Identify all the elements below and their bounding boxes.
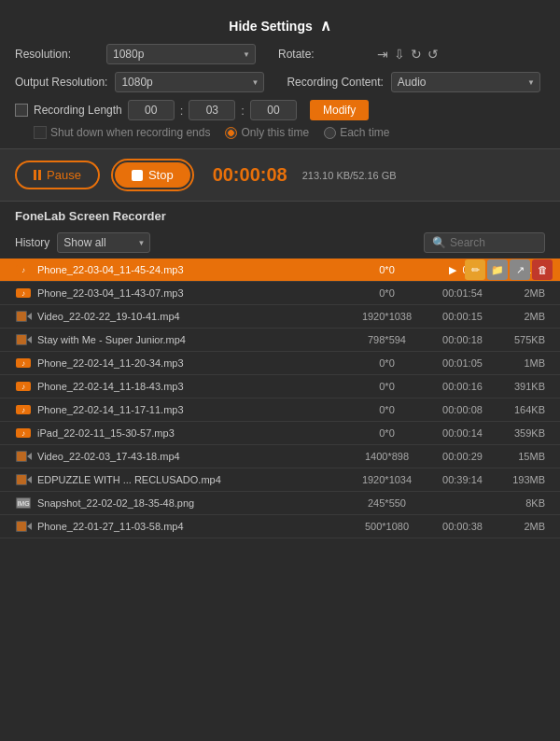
chevron-up-icon[interactable]: ∧ [320, 17, 331, 35]
rotate-cw-icon[interactable]: ↻ [411, 47, 422, 62]
file-resolution: 0*0 [347, 427, 427, 439]
only-this-time-option[interactable]: Only this time [225, 126, 309, 139]
only-this-time-label: Only this time [241, 126, 309, 139]
image-file-icon: IMG [15, 496, 32, 510]
file-resolution: 1920*1038 [347, 311, 427, 322]
svg-text:♪: ♪ [21, 406, 25, 414]
recording-content-select[interactable]: Audio Video Both [391, 72, 540, 92]
search-icon: 🔍 [432, 236, 446, 249]
modify-button[interactable]: Modify [310, 100, 369, 120]
resolution-row: Resolution: 1080p 720p 480p Rotate: ⇥ ⇩ … [15, 44, 545, 64]
file-size: 15MB [498, 451, 545, 462]
output-resolution-select[interactable]: 1080p 720p [115, 72, 264, 92]
file-name: Phone_22-03-04_11-43-07.mp3 [37, 287, 342, 299]
file-size: 1MB [498, 357, 545, 369]
edit-action-button[interactable]: ✏ [465, 259, 485, 280]
stop-button-wrapper[interactable]: Stop [111, 159, 194, 191]
svg-rect-9 [17, 335, 26, 344]
main-content: History Show all Video Audio Image 🔍 ♪Ph… [0, 227, 560, 741]
stop-button[interactable]: Stop [115, 162, 190, 188]
history-select[interactable]: Show all Video Audio Image [57, 232, 150, 253]
video-file-icon [15, 520, 32, 533]
search-box[interactable]: 🔍 [424, 232, 545, 253]
svg-text:IMG: IMG [17, 500, 29, 507]
recording-length-checkbox[interactable] [15, 104, 28, 117]
file-resolution: 245*550 [347, 497, 427, 509]
file-duration: 00:00:16 [432, 381, 493, 392]
file-size: 2MB [498, 287, 545, 299]
list-item[interactable]: EDPUZZLE WITH ... RECLUSADO.mp41920*1034… [0, 468, 560, 492]
app-title: FoneLab Screen Recorder [0, 202, 560, 227]
svg-text:♪: ♪ [21, 429, 25, 438]
list-item[interactable]: Video_22-02-03_17-43-18.mp41400*89800:00… [0, 445, 560, 468]
output-resolution-select-wrapper[interactable]: 1080p 720p [115, 72, 264, 92]
file-name: Phone_22-02-14_11-17-11.mp3 [37, 404, 342, 415]
file-resolution: 0*0 [347, 357, 427, 369]
rotate-icons: ⇥ ⇩ ↻ ↺ [377, 47, 439, 62]
pause-button[interactable]: Pause [15, 161, 100, 189]
resolution-select[interactable]: 1080p 720p 480p [106, 44, 256, 64]
folder-action-button[interactable]: 📁 [487, 259, 508, 280]
share-action-button[interactable]: ↗ [510, 259, 530, 280]
history-label: History [15, 236, 49, 249]
history-select-wrapper[interactable]: Show all Video Audio Image [57, 232, 150, 253]
controls-bar: Pause Stop 00:00:08 213.10 KB/52.16 GB [0, 148, 560, 202]
list-item[interactable]: ♪Phone_22-03-04_11-43-07.mp30*000:01:542… [0, 282, 560, 305]
file-resolution: 1400*898 [347, 451, 427, 462]
file-size: 164KB [498, 404, 545, 415]
each-time-option[interactable]: Each time [324, 126, 389, 139]
list-item[interactable]: IMGSnapshot_22-02-02_18-35-48.png245*550… [0, 492, 560, 515]
file-name: Phone_22-01-27_11-03-58.mp4 [37, 521, 342, 532]
svg-marker-22 [27, 476, 32, 483]
each-time-radio[interactable] [324, 127, 336, 139]
file-duration: 00:00:18 [432, 334, 493, 345]
stop-icon [132, 170, 143, 181]
file-duration: 00:00:29 [432, 451, 493, 462]
list-item[interactable]: ♪Phone_22-02-14_11-17-11.mp30*000:00:081… [0, 398, 560, 422]
list-item[interactable]: ♪Phone_22-02-14_11-20-34.mp30*000:01:051… [0, 352, 560, 375]
list-item[interactable]: Phone_22-01-27_11-03-58.mp4500*108000:00… [0, 515, 560, 538]
file-size: 575KB [498, 334, 545, 345]
file-duration: 00:00:38 [432, 521, 493, 532]
play-action-button[interactable]: ▶ [442, 259, 463, 280]
file-duration: 00:39:14 [432, 474, 493, 485]
recording-content-label: Recording Content: [287, 76, 383, 89]
shutdown-option: Shut down when recording ends [34, 126, 210, 139]
svg-text:♪: ♪ [21, 289, 25, 298]
svg-rect-20 [17, 452, 26, 461]
stop-label: Stop [148, 168, 174, 182]
only-this-time-radio[interactable] [225, 127, 237, 139]
list-item[interactable]: ♪Phone_22-02-14_11-18-43.mp30*000:00:163… [0, 375, 560, 398]
shutdown-checkbox[interactable] [34, 126, 47, 139]
file-duration: 00:00:14 [432, 427, 493, 439]
audio-file-icon: ♪ [15, 403, 32, 416]
file-name: Snapshot_22-02-02_18-35-48.png [37, 497, 342, 509]
audio-file-icon: ♪ [15, 426, 32, 440]
time-mm-input[interactable] [189, 100, 235, 120]
rotate-flip-v-icon[interactable]: ⇩ [394, 47, 405, 62]
resolution-select-wrapper[interactable]: 1080p 720p 480p [106, 44, 256, 64]
file-duration: 00:00:08 [432, 404, 493, 415]
file-resolution: 500*1080 [347, 521, 427, 532]
list-item[interactable]: Stay with Me - Super Junior.mp4798*59400… [0, 329, 560, 352]
recording-content-select-wrapper[interactable]: Audio Video Both [391, 72, 540, 92]
list-item[interactable]: ♪iPad_22-02-11_15-30-57.mp30*000:00:1435… [0, 422, 560, 445]
list-item[interactable]: Video_22-02-22_19-10-41.mp41920*103800:0… [0, 305, 560, 329]
list-item[interactable]: ♪Phone_22-03-04_11-45-24.mp30*000:00:317… [0, 259, 560, 282]
time-ss-input[interactable] [250, 100, 297, 120]
file-duration: 00:00:15 [432, 311, 493, 322]
rotate-flip-h-icon[interactable]: ⇥ [377, 47, 388, 62]
search-input[interactable] [450, 236, 537, 249]
file-resolution: 0*0 [347, 404, 427, 415]
hide-settings-bar[interactable]: Hide Settings ∧ [15, 9, 545, 44]
audio-file-icon: ♪ [15, 357, 32, 370]
file-duration: 00:01:05 [432, 357, 493, 369]
resolution-label: Resolution: [15, 48, 99, 61]
svg-marker-8 [27, 336, 32, 343]
file-resolution: 0*0 [347, 264, 427, 275]
rotate-ccw-icon[interactable]: ↺ [427, 47, 439, 62]
sub-options: Shut down when recording ends Only this … [15, 126, 545, 139]
time-hh-input[interactable] [128, 100, 175, 120]
delete-action-button[interactable]: 🗑 [532, 259, 553, 280]
file-name: Phone_22-02-14_11-18-43.mp3 [37, 381, 342, 392]
